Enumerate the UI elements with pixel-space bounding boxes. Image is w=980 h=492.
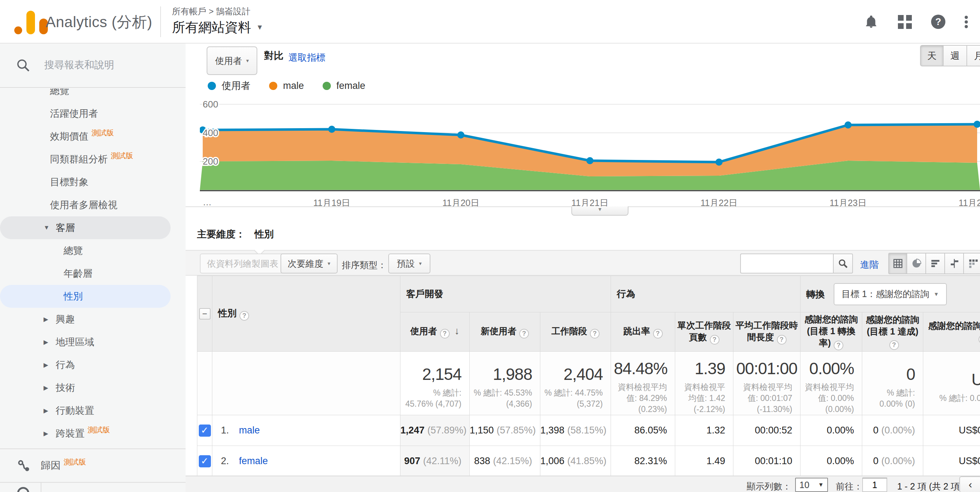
chart-legend: 使用者 male female — [208, 79, 366, 92]
group-header-behavior: 行為 — [611, 276, 800, 312]
table-search-input[interactable] — [740, 253, 833, 274]
comparison-icon — [949, 258, 960, 269]
column-header-goal-value[interactable]: 感謝您的諮詢 (目標 1 價值)? — [923, 312, 980, 352]
header-divider — [160, 6, 161, 37]
sort-type-button[interactable]: 預設 ▾ — [388, 253, 430, 274]
sidebar-group-geo[interactable]: ▶地理區域 — [0, 331, 186, 353]
notifications-bell-icon[interactable] — [863, 14, 879, 30]
row-link-female[interactable]: female — [239, 455, 268, 466]
summary-goal-value: US$0.00 — [926, 370, 980, 389]
summary-row: 2,154% 總計: 45.76% (4,707) 1,988% 總計: 45.… — [197, 352, 980, 415]
svg-text:600: 600 — [203, 99, 218, 110]
sidebar-item-age[interactable]: 年齡層 — [0, 262, 186, 285]
caret-right-icon: ▶ — [43, 407, 54, 414]
rows-per-page-select[interactable]: 10 ▼ — [795, 478, 828, 492]
collapse-rows-button[interactable]: − — [199, 308, 210, 320]
sidebar-item-lifetime-value[interactable]: 效期價值測試版 — [0, 125, 186, 148]
sidebar-group-mobile[interactable]: ▶行動裝置 — [0, 399, 186, 422]
sidebar-item-gender-active[interactable]: 性別 — [0, 285, 170, 308]
discover-icon[interactable] — [17, 487, 29, 492]
column-header-sessions[interactable]: 工作階段? — [540, 312, 611, 352]
summary-new-users: 1,988 — [473, 365, 532, 384]
sidebar-group-demographics[interactable]: ▼客層 — [0, 217, 170, 239]
secondary-dimension-button[interactable]: 次要維度 ▾ — [280, 253, 337, 274]
summary-goal-completions: 0 — [865, 365, 915, 384]
summary-pages-per-session: 1.39 — [678, 359, 725, 378]
caret-down-icon: ▾ — [419, 260, 422, 267]
sidebar-item-cohort-analysis[interactable]: 同類群組分析測試版 — [0, 148, 186, 171]
sidebar-search — [0, 43, 186, 88]
column-header-users[interactable]: 使用者?↓ — [401, 312, 470, 352]
group-header-acquisition: 客戶開發 — [401, 276, 611, 312]
legend-dot — [269, 82, 277, 90]
column-header-goal-completions[interactable]: 感謝您的諮詢 (目標 1 達成)? — [862, 312, 923, 352]
dimension-column-header[interactable]: 性別? — [212, 276, 401, 352]
table-search-button[interactable] — [833, 253, 853, 274]
group-header-conversions: 轉換 目標 1：感謝您的諮詢 ▼ — [800, 276, 980, 312]
sidebar-item-active-users[interactable]: 活躍使用者 — [0, 102, 186, 125]
breadcrumb: 所有帳戶 > 鵠崙設計 — [172, 6, 250, 17]
sidebar-item-overview[interactable]: 總覽 — [0, 89, 186, 102]
x-axis-label: … — [203, 197, 212, 207]
svg-text:200: 200 — [203, 156, 218, 167]
pivot-view-button[interactable] — [964, 253, 980, 274]
granularity-day-button[interactable]: 天 — [920, 45, 943, 67]
goal-selector-button[interactable]: 目標 1：感謝您的諮詢 ▼ — [834, 283, 947, 305]
performance-view-button[interactable] — [926, 253, 945, 274]
search-input[interactable] — [44, 54, 173, 76]
granularity-month-button[interactable]: 月 — [967, 45, 980, 67]
column-header-bounce-rate[interactable]: 跳出率? — [611, 312, 675, 352]
percentage-view-button[interactable] — [907, 253, 926, 274]
sidebar-bottom-divider — [0, 482, 186, 492]
property-view-selector[interactable]: 所有網站資料▼ — [172, 19, 263, 37]
previous-page-button[interactable]: ‹ — [959, 476, 980, 492]
sidebar-group-technology[interactable]: ▶技術 — [0, 376, 186, 399]
more-menu-kebab-icon[interactable] — [958, 14, 974, 30]
metric-selector-button[interactable]: 使用者 ▾ — [207, 46, 257, 75]
goto-page-input[interactable] — [862, 478, 887, 492]
advanced-filter-link[interactable]: 進階 — [860, 258, 879, 271]
caret-down-icon: ▼ — [256, 23, 263, 31]
sidebar-group-cross-device[interactable]: ▶跨裝置測試版 — [0, 422, 186, 445]
summary-avg-session-duration: 00:01:00 — [736, 359, 792, 378]
search-icon — [16, 58, 31, 73]
column-header-pages-per-session[interactable]: 單次工作階段頁數? — [675, 312, 733, 352]
select-metric-link[interactable]: 選取指標 — [288, 51, 326, 64]
legend-dot — [208, 82, 216, 90]
help-icon: ? — [440, 329, 450, 339]
data-view-button[interactable] — [888, 253, 907, 274]
users-area-chart: 200400600 — [200, 96, 980, 203]
row-checkbox-checked[interactable]: ✓ — [199, 455, 211, 467]
table-row-female: ✓ 2.female 907(42.11%) 838(42.15%) 1,006… — [197, 446, 980, 477]
column-header-avg-session-duration[interactable]: 平均工作階段時間長度? — [733, 312, 800, 352]
comparison-view-button[interactable] — [945, 253, 964, 274]
sidebar-group-interests[interactable]: ▶興趣 — [0, 308, 186, 331]
x-axis-label: 11月23日 — [829, 197, 867, 209]
help-icon: ? — [889, 340, 899, 350]
x-axis-label: 11月19日 — [313, 197, 350, 209]
help-icon[interactable]: ? — [930, 14, 947, 30]
primary-dimension-tab[interactable]: 性別 — [255, 229, 274, 240]
column-header-goal-conv-rate[interactable]: 感謝您的諮詢 (目標 1 轉換率)? — [800, 312, 862, 352]
summary-bounce-rate: 84.48% — [614, 359, 667, 378]
plot-rows-button[interactable]: 依資料列繪製圖表 — [200, 253, 285, 274]
sidebar-item-audiences[interactable]: 目標對象 — [0, 171, 186, 194]
caret-down-icon: ▼ — [43, 224, 54, 231]
column-header-new-users[interactable]: 新使用者? — [470, 312, 540, 352]
caret-right-icon: ▶ — [43, 384, 54, 392]
help-icon: ? — [710, 335, 719, 344]
sidebar-item-attribution[interactable]: 歸因 測試版 — [0, 449, 186, 482]
vs-label: 對比 — [264, 49, 283, 62]
sidebar-item-user-explorer[interactable]: 使用者多層檢視 — [0, 194, 186, 217]
sidebar: 總覽 活躍使用者 效期價值測試版 同類群組分析測試版 目標對象 使用者多層檢視 … — [0, 43, 186, 492]
sidebar-item-demographics-overview[interactable]: 總覽 — [0, 239, 186, 262]
apps-grid-icon[interactable] — [896, 14, 913, 30]
row-link-male[interactable]: male — [239, 425, 260, 436]
table-toolbar: 依資料列繪製圖表 次要維度 ▾ 排序類型： 預設 ▾ 進階 — [186, 250, 980, 275]
row-checkbox-checked[interactable]: ✓ — [199, 425, 211, 437]
chart-collapse-handle[interactable]: ▼ — [571, 206, 628, 216]
granularity-week-button[interactable]: 週 — [943, 45, 967, 67]
gender-report-table: − 性別? 客戶開發 行為 轉換 目標 1：感謝您的諮詢 ▼ 使用者?↓ 新使用… — [197, 275, 980, 477]
sidebar-group-behavior[interactable]: ▶行為 — [0, 353, 186, 376]
help-icon[interactable]: ? — [239, 311, 249, 321]
